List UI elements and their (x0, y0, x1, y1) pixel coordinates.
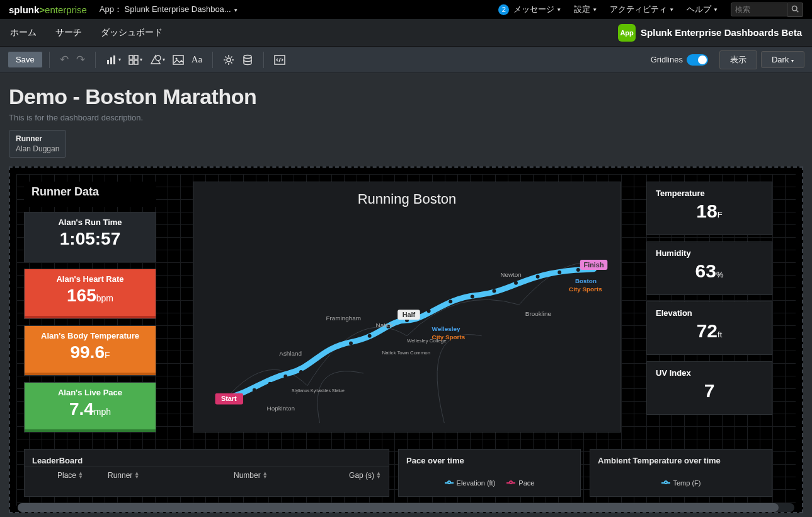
leaderboard-panel[interactable]: LeaderBoard Place▲▼ Runner▲▼ Number▲▼ Ga… (24, 449, 389, 497)
filter-value: Alan Duggan (16, 144, 59, 153)
settings-menu[interactable]: 設定▼ (574, 4, 597, 15)
messages-badge: 2 (498, 4, 509, 15)
display-button[interactable]: 表示 (719, 50, 757, 69)
add-bar-chart-icon[interactable]: ▾ (102, 52, 125, 68)
app-title: Splunk Enterprise Dashboards Beta (641, 27, 802, 38)
col-gap[interactable]: Gap (s)▲▼ (322, 471, 381, 480)
pace-legend: Elevation (ft) Pace (399, 467, 580, 487)
theme-dropdown[interactable]: Dark ▾ (761, 51, 804, 68)
app-name: Splunk Enterprise Dashboa... (125, 4, 231, 14)
stat-pace[interactable]: Alan's Live Pace 7.4mph (24, 382, 156, 433)
stat-heartrate[interactable]: Alan's Heart Rate 165bpm (24, 269, 156, 319)
messages-menu[interactable]: 2 メッセージ ▼ (498, 4, 561, 15)
map-finish-flag: Finish (584, 261, 604, 269)
svg-line-1 (796, 10, 798, 12)
nav-dashboard[interactable]: ダッシュボード (101, 27, 163, 38)
svg-point-0 (792, 6, 798, 11)
runner-filter[interactable]: Runner Alan Duggan (9, 130, 66, 158)
dashboard-canvas[interactable]: Runner Data Alan's Run Time 1:05:57 Alan… (9, 166, 803, 513)
map-lbl-city-sports: City Sports (432, 334, 466, 340)
add-image-icon[interactable] (169, 52, 188, 68)
svg-rect-4 (113, 55, 115, 64)
app-dropdown[interactable]: App： Splunk Enterprise Dashboa... ▼ (100, 4, 238, 15)
env-humidity[interactable]: Humidity 63% (646, 241, 772, 295)
global-search (731, 3, 803, 17)
svg-point-28 (449, 299, 452, 303)
col-number[interactable]: Number▲▼ (234, 471, 322, 480)
data-source-icon[interactable] (238, 52, 257, 68)
env-elevation[interactable]: Elevation 72ft (646, 301, 772, 355)
app-icon: App (618, 24, 636, 42)
settings-gear-icon[interactable] (219, 52, 238, 68)
svg-point-17 (253, 388, 256, 392)
add-shape-icon[interactable]: ▾ (146, 52, 169, 68)
chevron-down-icon: ▼ (592, 7, 597, 13)
sort-icon: ▲▼ (134, 472, 139, 479)
logo-splunk: splunk (9, 4, 39, 15)
map-lbl-natick: Natick (376, 322, 393, 328)
uv-value: 7 (647, 380, 772, 407)
bt-label: Alan's Body Temperature (25, 326, 156, 340)
map-start-flag: Start (221, 395, 237, 403)
svg-point-31 (514, 281, 518, 285)
chevron-down-icon: ▼ (233, 8, 238, 13)
svg-point-22 (330, 352, 334, 356)
temp-chart-panel[interactable]: Ambient Temperature over time Temp (F) (590, 449, 772, 497)
undo-icon[interactable]: ↶ (56, 50, 72, 69)
env-temperature[interactable]: Temperature 18F (646, 182, 772, 235)
search-icon[interactable] (787, 3, 803, 17)
chevron-down-icon: ▼ (669, 7, 674, 13)
pace-chart-panel[interactable]: Pace over time Elevation (ft) Pace (398, 449, 581, 497)
map-lbl-framingham: Framingham (326, 315, 360, 322)
map-lbl-boston: Boston (575, 277, 597, 284)
svg-point-10 (156, 55, 161, 61)
map-lbl-brookline: Brookline (525, 310, 552, 317)
svg-point-19 (283, 375, 287, 378)
pace-label: Alan's Live Pace (25, 383, 156, 397)
chevron-down-icon: ▼ (556, 7, 561, 13)
help-menu[interactable]: ヘルプ▼ (687, 4, 718, 15)
nav-search[interactable]: サーチ (55, 27, 82, 38)
col-runner[interactable]: Runner▲▼ (108, 471, 234, 480)
runtime-label: Alan's Run Time (25, 212, 156, 227)
map-lbl-city-sports2: City Sports (569, 286, 602, 293)
logo[interactable]: splunk>enterprise (9, 4, 87, 15)
runtime-value: 1:05:57 (25, 227, 156, 255)
activity-menu[interactable]: アクティビティ▼ (610, 4, 674, 15)
add-text-icon[interactable]: Aa (188, 52, 207, 67)
svg-point-29 (471, 294, 474, 298)
pace-value: 7.4mph (25, 397, 156, 425)
temp-legend: Temp (F) (590, 467, 772, 487)
runner-data-title-panel[interactable]: Runner Data (24, 182, 156, 207)
leaderboard-title: LeaderBoard (25, 450, 389, 467)
add-grid-icon[interactable]: ▾ (125, 52, 146, 67)
filter-label: Runner (16, 134, 59, 143)
svg-rect-8 (134, 61, 138, 64)
col-place[interactable]: Place▲▼ (57, 471, 108, 480)
bt-value: 99.6F (25, 340, 156, 368)
svg-point-23 (349, 342, 353, 346)
legend-temp: Temp (F) (673, 479, 701, 487)
svg-point-32 (536, 275, 540, 279)
page-body: Demo - Boston Marathon This is for the d… (0, 73, 812, 513)
map-lbl-natick-town: Natick Town Common (382, 350, 430, 356)
stat-bodytemp[interactable]: Alan's Body Temperature 99.6F (24, 325, 156, 376)
map-lbl-wellesley: Wellesley (432, 325, 460, 332)
save-button[interactable]: Save (8, 51, 43, 68)
nav-home[interactable]: ホーム (10, 27, 37, 38)
map-panel[interactable]: Running Boston Start Half Finish Hopkin (193, 182, 621, 433)
svg-point-30 (492, 289, 496, 293)
search-input[interactable] (731, 3, 787, 16)
gridlines-toggle[interactable] (687, 54, 708, 66)
source-code-icon[interactable] (270, 52, 289, 68)
svg-point-13 (227, 58, 231, 62)
hr-label: Alan's Heart Rate (25, 269, 156, 284)
map-lbl-newton: Newton (500, 271, 521, 278)
page-title: Demo - Boston Marathon (9, 84, 803, 109)
env-uvindex[interactable]: UV Index 7 (646, 361, 772, 415)
sort-icon: ▲▼ (263, 472, 268, 479)
redo-icon[interactable]: ↷ (72, 50, 89, 69)
gridlines-label: Gridlines (651, 55, 683, 64)
stat-runtime[interactable]: Alan's Run Time 1:05:57 (24, 212, 156, 262)
horizontal-scrollbar[interactable] (18, 503, 794, 512)
